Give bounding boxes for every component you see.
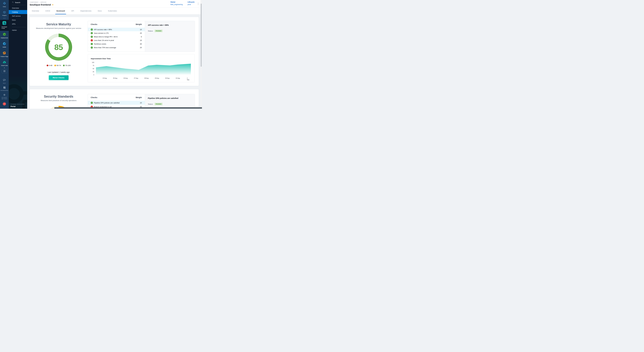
home-icon xyxy=(3,1,6,5)
tab-dependencies[interactable]: Dependencies xyxy=(80,7,92,14)
check-passed-icon: ✓ xyxy=(91,102,93,104)
tab-api[interactable]: API xyxy=(71,7,74,14)
module-grid-button[interactable] xyxy=(2,69,7,73)
scorecard-card-service-maturity: Service Maturity Measures development be… xyxy=(29,17,199,86)
entity-meta: Owner field_engineering Lifecycle prod xyxy=(170,1,194,5)
help-icon: ? xyxy=(3,79,6,82)
meta-owner: Owner field_engineering xyxy=(170,1,183,5)
rerun-checks-button[interactable]: Rerun Checks xyxy=(49,75,68,80)
scrollbar-thumb[interactable] xyxy=(201,3,202,67)
checks-table-header: Checks Weight xyxy=(88,21,145,28)
legend-dot xyxy=(63,65,65,66)
favorite-star-icon[interactable]: ★ xyxy=(52,4,54,6)
sidebar-items: Overview Catalog Self service Docs APIs … xyxy=(9,6,27,32)
sidebar-item-overview[interactable]: Overview xyxy=(9,6,27,10)
module-rail: Home Projects Developer Portal xyxy=(0,0,9,109)
check-passed-icon: ✓ xyxy=(91,28,93,31)
rail-item-home[interactable]: Home xyxy=(0,1,9,7)
entity-header: COMPONENT — SERVICE boutique-frontend ★ … xyxy=(27,0,202,7)
x-axis-tick: 31 Aug xyxy=(176,77,180,79)
kebab-menu-icon[interactable] xyxy=(198,2,199,5)
check-row[interactable]: ✓ TechDocs exists 30 xyxy=(88,42,145,46)
check-row[interactable]: ✓ Java version is LTS 20 xyxy=(88,31,145,35)
legend-item: 75-100 xyxy=(63,64,70,66)
sidebar-footer: INTERNAL DEVELOPER Portal xyxy=(9,75,27,109)
score-value: 85 xyxy=(45,34,72,61)
app-window: Home Projects Developer Portal xyxy=(0,0,202,109)
x-axis-tick: 30 Aug xyxy=(165,77,170,79)
status-label: Status: xyxy=(148,103,153,105)
vertical-scrollbar[interactable] xyxy=(200,0,202,107)
tab-overview[interactable]: Overview xyxy=(32,7,39,14)
search-input[interactable]: Search xyxy=(9,0,27,5)
legend-dot xyxy=(47,65,48,66)
meta-lifecycle: Lifecycle prod xyxy=(188,1,194,5)
check-row[interactable]: ✓ API success rate > 99% 10 xyxy=(88,28,145,31)
legend-dot xyxy=(54,65,56,66)
sidebar-item-self-service[interactable]: Self service xyxy=(9,14,27,18)
check-row[interactable]: ✕ Less than 1% error in prod 15 xyxy=(88,38,145,42)
rail-item-account-settings[interactable]: ⚙ ACCOUNT SETTINGS xyxy=(0,94,9,99)
status-badge: PASSED xyxy=(154,103,162,105)
status-label: Status: xyxy=(148,30,153,32)
chart-title: Improvement Over Time xyxy=(91,58,111,60)
scorecard-title: Service Maturity xyxy=(30,22,88,26)
tab-docs[interactable]: Docs xyxy=(98,7,102,14)
divider xyxy=(12,27,26,27)
decorative-ring xyxy=(9,84,24,103)
y-axis-tick: 100 xyxy=(89,62,94,63)
improvement-chart: Improvement Over Time 100755025024 Aug25… xyxy=(88,54,194,82)
tab-bar: Overview CI/CD Scorecard API Dependencie… xyxy=(27,7,202,14)
footer-eyebrow: INTERNAL DEVELOPER xyxy=(10,104,24,105)
dashboards-icon xyxy=(3,86,6,89)
check-row[interactable]: ✓ More than 70% test coverage 20 xyxy=(88,46,145,49)
main-area: COMPONENT — SERVICE boutique-frontend ★ … xyxy=(27,0,202,109)
rail-item-feature-flags[interactable]: Feature Flags xyxy=(0,51,9,57)
chevron-down-icon[interactable]: ▼ xyxy=(4,67,5,68)
rail-item-projects[interactable]: Projects xyxy=(0,11,9,16)
tab-scorecard[interactable]: Scorecard xyxy=(56,7,65,14)
x-axis-tick: 24 Aug xyxy=(102,77,107,79)
rail-item-cloud-costs[interactable]: $ Cloud Costs xyxy=(0,61,9,66)
page-title: boutique-frontend xyxy=(30,3,51,6)
rail-modules-section: ∞ Deployments Builds Feature Flags $ Clo… xyxy=(0,31,9,66)
sidebar-item-apis[interactable]: APIs xyxy=(9,22,27,26)
sidebar-item-docs[interactable]: Docs xyxy=(9,18,27,22)
check-row[interactable]: ✓ Mean time to merge PR < 48 hr 5 xyxy=(88,35,145,38)
rail-item-help[interactable]: ? HELP xyxy=(0,79,9,84)
deployments-icon: ∞ xyxy=(3,32,6,36)
rail-item-dashboards[interactable]: DASHBOARDS xyxy=(0,86,9,91)
check-passed-icon: ✓ xyxy=(91,43,93,45)
search-placeholder: Search xyxy=(15,1,20,3)
checks-table: Checks Weight ✓ Pipeline OPA policies ar… xyxy=(88,94,145,109)
tab-kubernetes[interactable]: Kubernetes xyxy=(108,7,117,14)
rail-item-builds[interactable]: Builds xyxy=(0,42,9,48)
x-axis-tick: 29 Aug xyxy=(155,77,159,79)
grid-icon xyxy=(4,70,6,73)
checks-panel: Checks Weight ✓ Pipeline OPA policies ar… xyxy=(88,94,195,109)
rail-top-section: Home Projects xyxy=(0,0,9,16)
svg-text:∞: ∞ xyxy=(4,33,5,35)
rail-item-developer-portal[interactable]: Developer Portal xyxy=(0,20,9,31)
footer-title: Portal xyxy=(10,105,16,107)
search-icon xyxy=(12,1,14,3)
score-legend: 0-49 50-74 75-100 xyxy=(30,64,88,66)
last-updated: Last Updated: 2 weeks ago xyxy=(30,71,88,73)
chart-plot: 100755025024 Aug25 Aug26 Aug27 Aug28 Aug… xyxy=(96,62,191,75)
legend-item: 50-74 xyxy=(54,64,61,66)
checks-table: Checks Weight ✓ API success rate > 99% 1… xyxy=(88,21,145,52)
avatar[interactable]: HM xyxy=(3,102,6,105)
area-series xyxy=(96,62,191,75)
sidebar: Search Overview Catalog Self service Doc… xyxy=(9,0,27,109)
horizontal-scrollbar[interactable] xyxy=(54,107,202,109)
rail-item-deployments[interactable]: ∞ Deployments xyxy=(0,32,9,38)
status-badge: PASSED xyxy=(154,30,162,32)
sidebar-item-catalog[interactable]: Catalog xyxy=(9,10,27,14)
check-row[interactable]: ✓ Pipeline OPA policies are satisfied 10 xyxy=(88,101,145,105)
check-failed-icon: ✕ xyxy=(91,39,93,41)
sidebar-item-admin[interactable]: Admin xyxy=(9,28,27,32)
check-passed-icon: ✓ xyxy=(91,46,93,49)
tab-ci-cd[interactable]: CI/CD xyxy=(45,7,50,14)
scorecard-summary: Security Standards Measures best practic… xyxy=(30,89,88,109)
scorecard-subtitle: Measures best practices of security oper… xyxy=(30,99,88,101)
